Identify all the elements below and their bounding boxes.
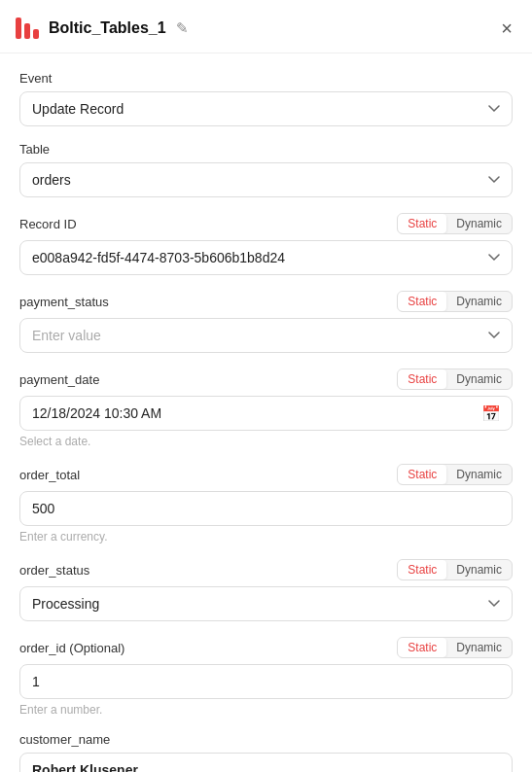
edit-icon[interactable]: ✎ — [176, 19, 189, 37]
order-status-field-group: order_status Static Dynamic Processing — [19, 559, 513, 621]
order-id-label: order_id (Optional) — [19, 641, 124, 655]
order-total-hint: Enter a currency. — [19, 530, 513, 544]
event-select[interactable]: Update Record — [19, 91, 513, 126]
payment-status-field-group: payment_status Static Dynamic Enter valu… — [19, 291, 513, 353]
event-label-row: Event — [19, 71, 513, 86]
payment-status-dynamic-btn[interactable]: Dynamic — [446, 292, 512, 311]
order-id-static-btn[interactable]: Static — [398, 638, 446, 657]
order-status-select[interactable]: Processing — [19, 586, 513, 621]
customer-name-field-group: customer_name Enter a brief text, such a… — [19, 732, 513, 772]
order-status-toggle-group: Static Dynamic — [397, 559, 513, 580]
order-status-label-row: order_status Static Dynamic — [19, 559, 513, 580]
payment-status-label: payment_status — [19, 295, 109, 309]
order-status-dynamic-btn[interactable]: Dynamic — [446, 560, 512, 579]
table-label: Table — [19, 142, 50, 157]
customer-name-label: customer_name — [19, 732, 110, 747]
order-total-field-group: order_total Static Dynamic Enter a curre… — [19, 464, 513, 544]
header-left: Boltic_Tables_1 ✎ — [16, 18, 189, 39]
close-button[interactable]: × — [501, 18, 513, 38]
customer-name-label-row: customer_name — [19, 732, 513, 747]
payment-date-input-wrapper: 📅 — [19, 396, 513, 431]
order-status-label: order_status — [19, 563, 89, 578]
record-id-label-row: Record ID Static Dynamic — [19, 213, 513, 234]
order-id-dynamic-btn[interactable]: Dynamic — [446, 638, 512, 657]
record-id-static-btn[interactable]: Static — [398, 214, 446, 233]
event-field-group: Event Update Record — [19, 71, 513, 126]
record-id-field-group: Record ID Static Dynamic e008a942-fd5f-4… — [19, 213, 513, 275]
logo-icon — [16, 18, 39, 39]
payment-date-toggle-group: Static Dynamic — [397, 368, 513, 390]
order-id-input[interactable] — [19, 664, 513, 699]
customer-name-input[interactable] — [19, 753, 513, 772]
logo-bar-3 — [33, 29, 39, 39]
payment-date-static-btn[interactable]: Static — [398, 369, 446, 389]
payment-status-toggle-group: Static Dynamic — [397, 291, 513, 312]
event-label: Event — [19, 71, 52, 86]
payment-date-label: payment_date — [19, 372, 99, 387]
header: Boltic_Tables_1 ✎ × — [0, 0, 532, 53]
table-field-group: Table orders — [19, 142, 513, 197]
payment-date-label-row: payment_date Static Dynamic — [19, 368, 513, 390]
record-id-dynamic-btn[interactable]: Dynamic — [446, 214, 512, 233]
order-total-dynamic-btn[interactable]: Dynamic — [446, 465, 512, 484]
logo-bar-1 — [16, 18, 21, 39]
payment-date-field-group: payment_date Static Dynamic 📅 Select a d… — [19, 368, 513, 448]
content: Event Update Record Table orders Record … — [0, 53, 532, 772]
table-label-row: Table — [19, 142, 513, 157]
payment-date-hint: Select a date. — [19, 435, 513, 448]
order-id-field-group: order_id (Optional) Static Dynamic Enter… — [19, 637, 513, 717]
payment-status-select[interactable]: Enter value — [19, 318, 513, 353]
order-total-toggle-group: Static Dynamic — [397, 464, 513, 485]
order-total-input[interactable] — [19, 491, 513, 526]
order-status-static-btn[interactable]: Static — [398, 560, 446, 579]
payment-date-dynamic-btn[interactable]: Dynamic — [446, 369, 512, 389]
order-total-label-row: order_total Static Dynamic — [19, 464, 513, 485]
order-id-toggle-group: Static Dynamic — [397, 637, 513, 658]
logo-bar-2 — [24, 23, 30, 39]
record-id-select[interactable]: e008a942-fd5f-4474-8703-5b606b1b8d24 — [19, 240, 513, 275]
order-total-label: order_total — [19, 468, 80, 482]
record-id-toggle-group: Static Dynamic — [397, 213, 513, 234]
order-id-hint: Enter a number. — [19, 703, 513, 717]
table-select[interactable]: orders — [19, 162, 513, 197]
header-title: Boltic_Tables_1 — [49, 19, 166, 37]
payment-date-input[interactable] — [19, 396, 513, 431]
payment-status-static-btn[interactable]: Static — [398, 292, 446, 311]
payment-status-label-row: payment_status Static Dynamic — [19, 291, 513, 312]
order-id-label-row: order_id (Optional) Static Dynamic — [19, 637, 513, 658]
order-total-static-btn[interactable]: Static — [398, 465, 446, 484]
record-id-label: Record ID — [19, 217, 77, 231]
